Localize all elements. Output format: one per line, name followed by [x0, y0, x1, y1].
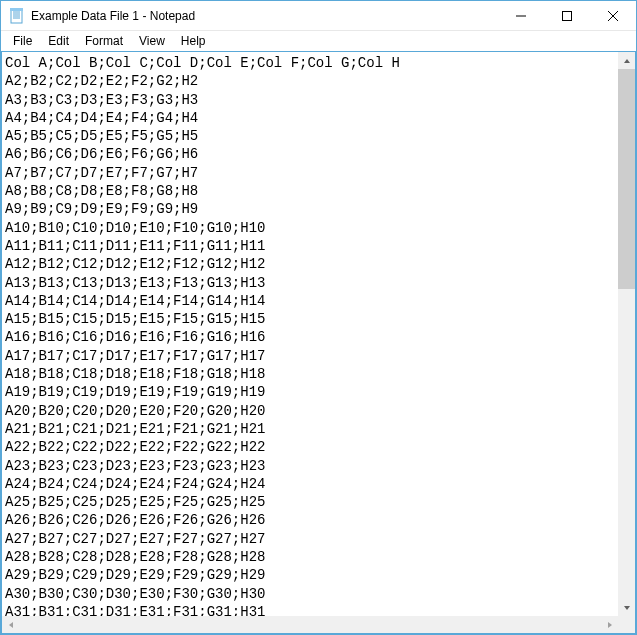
window-title: Example Data File 1 - Notepad — [31, 9, 498, 23]
svg-marker-10 — [624, 59, 630, 63]
svg-marker-13 — [608, 622, 612, 628]
svg-marker-11 — [624, 606, 630, 610]
vertical-scrollbar[interactable] — [618, 52, 635, 616]
menu-file[interactable]: File — [5, 33, 40, 49]
scroll-up-arrow-icon[interactable] — [618, 52, 635, 69]
svg-marker-12 — [9, 622, 13, 628]
menu-help[interactable]: Help — [173, 33, 214, 49]
scroll-left-arrow-icon[interactable] — [2, 616, 19, 633]
menu-view[interactable]: View — [131, 33, 173, 49]
minimize-button[interactable] — [498, 1, 544, 30]
close-button[interactable] — [590, 1, 636, 30]
menu-format[interactable]: Format — [77, 33, 131, 49]
menubar: File Edit Format View Help — [1, 31, 636, 51]
svg-rect-7 — [563, 11, 572, 20]
svg-rect-5 — [10, 8, 23, 11]
notepad-icon — [9, 8, 25, 24]
text-area[interactable]: Col A;Col B;Col C;Col D;Col E;Col F;Col … — [2, 52, 635, 633]
maximize-button[interactable] — [544, 1, 590, 30]
text-content[interactable]: Col A;Col B;Col C;Col D;Col E;Col F;Col … — [2, 52, 635, 623]
scroll-corner — [618, 616, 635, 633]
window-controls — [498, 1, 636, 30]
menu-edit[interactable]: Edit — [40, 33, 77, 49]
horizontal-scrollbar[interactable] — [2, 616, 618, 633]
titlebar[interactable]: Example Data File 1 - Notepad — [1, 1, 636, 31]
scroll-down-arrow-icon[interactable] — [618, 599, 635, 616]
notepad-window: Example Data File 1 - Notepad File Edit … — [0, 0, 637, 635]
editor-frame: Col A;Col B;Col C;Col D;Col E;Col F;Col … — [1, 51, 636, 634]
vertical-scroll-thumb[interactable] — [618, 69, 635, 289]
scroll-right-arrow-icon[interactable] — [601, 616, 618, 633]
